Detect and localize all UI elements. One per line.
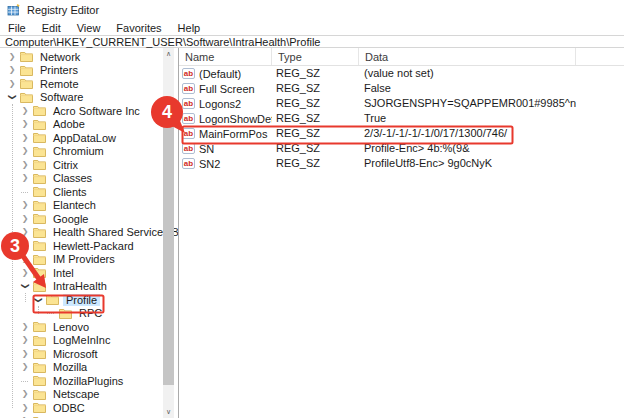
tree-item-unnamed[interactable]: ❯ xyxy=(0,415,178,419)
tree-item-microsoft[interactable]: ❯ Microsoft xyxy=(0,347,178,361)
tree-item-health-shared-services-bc[interactable]: ❯ Health Shared Services BC xyxy=(0,226,178,240)
folder-icon xyxy=(33,132,46,143)
tree-item-remote[interactable]: ❯ Remote xyxy=(0,77,178,91)
tree-item-im-providers[interactable]: ❯ IM Providers xyxy=(0,253,178,267)
tree-item-appdatalow[interactable]: ❯ AppDataLow xyxy=(0,131,178,145)
chevron-collapsed-icon[interactable]: ❯ xyxy=(6,80,18,88)
chevron-collapsed-icon[interactable]: ❯ xyxy=(19,255,31,263)
chevron-collapsed-icon[interactable]: ❯ xyxy=(19,404,31,412)
folder-icon xyxy=(33,389,46,400)
value-row-mainformpos[interactable]: abMainFormPosREG_SZ2/3/-1/-1/-1/-1/0/17/… xyxy=(179,126,624,141)
chevron-collapsed-icon[interactable]: ❯ xyxy=(19,350,31,358)
tree-item-adobe[interactable]: ❯ Adobe xyxy=(0,118,178,132)
tree-item-network[interactable]: ❯ Network xyxy=(0,50,178,64)
tree-item-mozilla[interactable]: ❯ Mozilla xyxy=(0,361,178,375)
menu-view[interactable]: View xyxy=(69,22,109,34)
value-row-logons2[interactable]: abLogons2REG_SZSJORGENSPHY=SQAPPEMR001#9… xyxy=(179,96,624,111)
value-name: (Default) xyxy=(199,68,241,80)
tree-item-label: IntraHealth xyxy=(50,280,110,292)
menu-file[interactable]: File xyxy=(0,22,34,34)
value-row-full-screen[interactable]: abFull ScreenREG_SZFalse xyxy=(179,81,624,96)
menu-favorites[interactable]: Favorites xyxy=(108,22,169,34)
folder-icon xyxy=(33,200,46,211)
chevron-collapsed-icon[interactable]: ❯ xyxy=(19,323,31,331)
chevron-collapsed-icon[interactable]: ❯ xyxy=(19,417,31,418)
value-name-cell: abFull Screen xyxy=(179,83,272,95)
tree-item-label: Clients xyxy=(50,186,90,198)
menu-edit[interactable]: Edit xyxy=(34,22,69,34)
chevron-expanded-icon[interactable]: ❯ xyxy=(34,294,42,306)
value-name-cell: abLogonShowDeta... xyxy=(179,113,272,125)
chevron-collapsed-icon[interactable]: ❯ xyxy=(19,336,31,344)
tree-item-netscape[interactable]: ❯ Netscape xyxy=(0,388,178,402)
tree-item-software[interactable]: ❯ Software xyxy=(0,91,178,105)
tree-item-intrahealth[interactable]: ❯ IntraHealth xyxy=(0,280,178,294)
tree-item-logmeininc[interactable]: ❯ LogMeInInc xyxy=(0,334,178,348)
tree-item-rpc[interactable]: RPC xyxy=(0,307,178,321)
tree-item-printers[interactable]: ❯ Printers xyxy=(0,64,178,78)
tree-item-acro-software-inc[interactable]: ❯ Acro Software Inc xyxy=(0,104,178,118)
menu-help[interactable]: Help xyxy=(170,22,209,34)
chevron-collapsed-icon[interactable]: ❯ xyxy=(19,363,31,371)
folder-icon xyxy=(46,294,59,305)
folder-icon xyxy=(33,146,46,157)
chevron-collapsed-icon[interactable]: ❯ xyxy=(19,269,31,277)
tree-item-label: Mozilla xyxy=(50,361,90,373)
chevron-collapsed-icon[interactable]: ❯ xyxy=(6,53,18,61)
value-row-sn[interactable]: abSNREG_SZProfile-Enc> 4b:%(9& xyxy=(179,141,624,156)
value-row-logonshowdeta[interactable]: abLogonShowDeta...REG_SZTrue xyxy=(179,111,624,126)
chevron-collapsed-icon[interactable]: ❯ xyxy=(19,147,31,155)
chevron-collapsed-icon[interactable]: ❯ xyxy=(19,201,31,209)
chevron-collapsed-icon[interactable]: ❯ xyxy=(19,174,31,182)
value-type: REG_SZ xyxy=(272,141,359,156)
tree-item-mozillaplugins[interactable]: MozillaPlugins xyxy=(0,374,178,388)
chevron-expanded-icon[interactable]: ❯ xyxy=(21,280,29,292)
tree-item-intel[interactable]: ❯ Intel xyxy=(0,266,178,280)
tree-item-lenovo[interactable]: ❯ Lenovo xyxy=(0,320,178,334)
folder-icon xyxy=(33,402,46,413)
chevron-expanded-icon[interactable]: ❯ xyxy=(8,91,16,103)
value-name: LogonShowDeta... xyxy=(199,113,272,125)
chevron-collapsed-icon[interactable]: ❯ xyxy=(19,134,31,142)
scroll-up-icon[interactable]: ∧ xyxy=(163,48,174,60)
chevron-collapsed-icon[interactable]: ❯ xyxy=(19,215,31,223)
string-value-icon: ab xyxy=(182,83,195,94)
tree-item-classes[interactable]: ❯ Classes xyxy=(0,172,178,186)
column-header-type[interactable]: Type xyxy=(272,48,359,65)
chevron-collapsed-icon[interactable]: ❯ xyxy=(6,66,18,74)
tree-item-citrix[interactable]: ❯ Citrix xyxy=(0,158,178,172)
address-bar[interactable]: Computer\HKEY_CURRENT_USER\Software\Intr… xyxy=(0,36,624,48)
chevron-collapsed-icon[interactable]: ❯ xyxy=(19,120,31,128)
tree-item-label: Remote xyxy=(37,78,82,90)
tree-item-label: Intel xyxy=(50,267,77,279)
value-name: MainFormPos xyxy=(199,128,267,140)
column-header-data[interactable]: Data xyxy=(359,48,576,65)
tree-item-odbc[interactable]: ❯ ODBC xyxy=(0,401,178,415)
chevron-collapsed-icon[interactable]: ❯ xyxy=(19,228,31,236)
tree-item-google[interactable]: ❯ Google xyxy=(0,212,178,226)
folder-icon xyxy=(33,213,46,224)
folder-icon xyxy=(33,281,46,292)
tree-scrollbar[interactable]: ∧ ∨ xyxy=(163,48,174,418)
folder-icon xyxy=(33,375,46,386)
string-value-icon: ab xyxy=(182,113,195,124)
value-name-cell: ab(Default) xyxy=(179,68,272,80)
tree-item-elantech[interactable]: ❯ Elantech xyxy=(0,199,178,213)
tree-item-hewlett-packard[interactable]: ❯ Hewlett-Packard xyxy=(0,239,178,253)
chevron-collapsed-icon[interactable]: ❯ xyxy=(19,242,31,250)
value-row-default[interactable]: ab(Default)REG_SZ(value not set) xyxy=(179,66,624,81)
folder-icon xyxy=(33,348,46,359)
tree-item-label: MozillaPlugins xyxy=(50,375,126,387)
value-row-sn2[interactable]: abSN2REG_SZProfileUtf8-Enc> 9g0cNyK xyxy=(179,156,624,171)
tree-item-clients[interactable]: Clients xyxy=(0,185,178,199)
scroll-down-icon[interactable]: ∨ xyxy=(163,406,174,418)
chevron-collapsed-icon[interactable]: ❯ xyxy=(19,390,31,398)
tree-item-label: ODBC xyxy=(50,402,88,414)
folder-icon xyxy=(20,92,33,103)
chevron-collapsed-icon[interactable]: ❯ xyxy=(19,161,31,169)
tree-item-profile[interactable]: ❯ Profile xyxy=(0,293,178,307)
scrollbar-thumb[interactable] xyxy=(163,125,174,385)
tree-item-chromium[interactable]: ❯ Chromium xyxy=(0,145,178,159)
column-header-name[interactable]: Name xyxy=(179,48,272,65)
chevron-collapsed-icon[interactable]: ❯ xyxy=(19,107,31,115)
